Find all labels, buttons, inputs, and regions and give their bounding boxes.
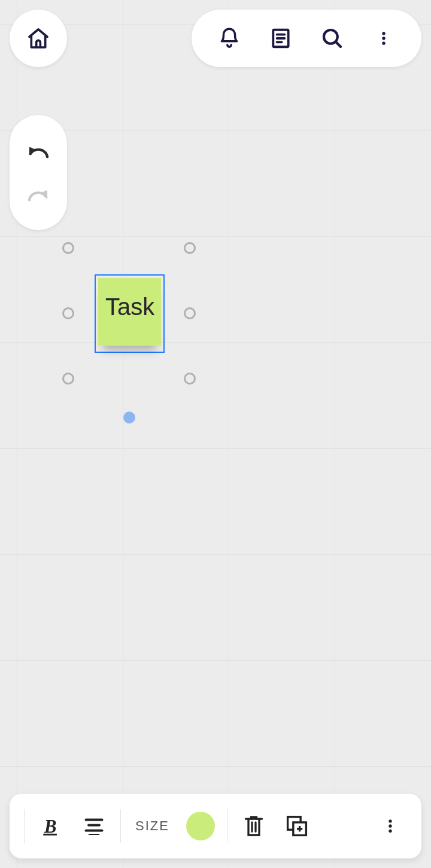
divider <box>24 809 25 843</box>
svg-point-7 <box>382 37 385 40</box>
svg-text:B: B <box>44 816 57 836</box>
svg-point-23 <box>388 824 391 827</box>
delete-button[interactable] <box>232 805 275 848</box>
notes-list-button[interactable] <box>264 22 298 55</box>
color-swatch <box>186 812 215 840</box>
home-button[interactable] <box>10 10 67 67</box>
color-button[interactable] <box>179 805 222 848</box>
resize-handle-ne[interactable] <box>184 242 196 254</box>
resize-handle-sw[interactable] <box>62 373 74 385</box>
toolbar-more-button[interactable] <box>369 805 412 848</box>
sticky-note-selection[interactable]: Task <box>95 274 165 353</box>
history-toolbar <box>10 115 67 230</box>
search-icon <box>320 26 345 51</box>
divider <box>227 809 227 843</box>
rotate-handle[interactable] <box>123 412 135 424</box>
undo-icon <box>26 142 50 160</box>
sticky-note-text[interactable]: Task <box>105 294 154 320</box>
bold-icon: B <box>41 816 61 836</box>
resize-handle-nw[interactable] <box>62 242 74 254</box>
redo-button[interactable] <box>22 177 55 211</box>
search-button[interactable] <box>315 22 349 55</box>
canvas-grid[interactable] <box>0 0 431 868</box>
redo-icon <box>26 185 50 203</box>
align-button[interactable] <box>72 805 116 848</box>
more-button[interactable] <box>367 22 400 55</box>
align-center-icon <box>83 817 105 835</box>
divider <box>120 809 121 843</box>
svg-point-8 <box>382 41 385 44</box>
format-toolbar: B SIZE <box>10 794 421 858</box>
size-button[interactable]: SIZE <box>126 805 179 848</box>
svg-point-6 <box>382 32 385 35</box>
svg-line-5 <box>336 42 341 47</box>
duplicate-icon <box>285 814 309 838</box>
svg-point-24 <box>388 829 391 832</box>
trash-icon <box>243 814 265 838</box>
size-label: SIZE <box>129 818 175 834</box>
resize-handle-w[interactable] <box>62 307 74 319</box>
bold-button[interactable]: B <box>29 805 72 848</box>
resize-handle-e[interactable] <box>184 307 196 319</box>
list-icon <box>269 27 292 50</box>
more-vertical-icon <box>382 815 399 837</box>
resize-handle-se[interactable] <box>184 373 196 385</box>
more-vertical-icon <box>375 27 392 50</box>
top-toolbar <box>192 10 421 67</box>
svg-point-22 <box>388 819 391 822</box>
undo-button[interactable] <box>22 134 55 168</box>
sticky-note[interactable]: Task <box>98 278 161 346</box>
bell-icon <box>218 27 241 50</box>
notifications-button[interactable] <box>213 22 246 55</box>
duplicate-button[interactable] <box>275 805 318 848</box>
home-icon <box>26 26 50 50</box>
